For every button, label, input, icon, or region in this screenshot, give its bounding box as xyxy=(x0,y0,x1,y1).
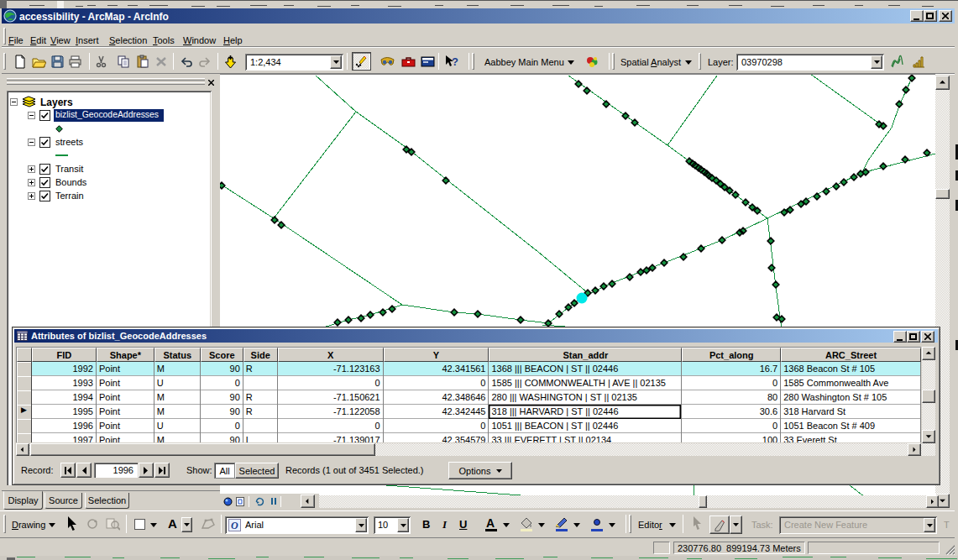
svg-text:O: O xyxy=(231,520,238,531)
svg-text:?: ? xyxy=(452,55,458,68)
